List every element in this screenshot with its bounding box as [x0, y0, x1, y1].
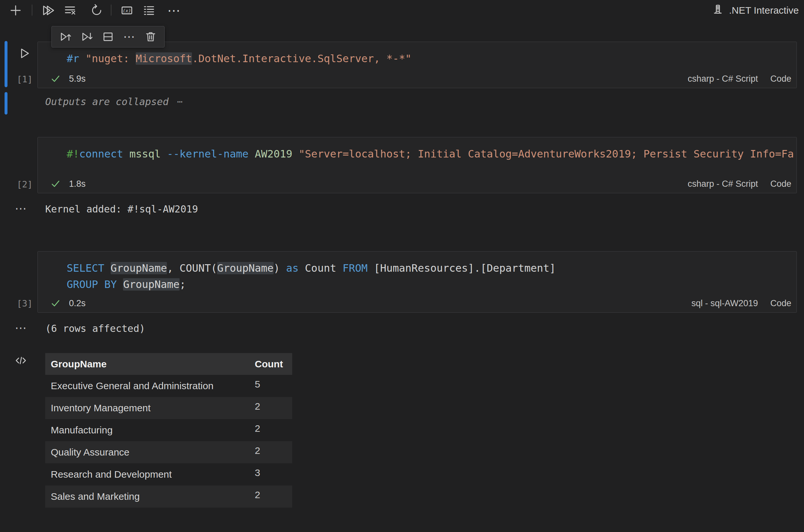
cell-kind[interactable]: Code	[770, 298, 791, 308]
success-check-icon	[51, 74, 60, 83]
split-cell-icon	[101, 30, 115, 43]
cell-2-output: Kernel added: #!sql-AW2019	[45, 203, 198, 216]
execution-count-3: [3]	[10, 298, 40, 309]
run-all-button[interactable]	[39, 3, 57, 18]
code-token: --kernel-name	[167, 148, 248, 160]
language-picker[interactable]: csharp - C# Script	[688, 74, 758, 84]
collapsed-output-text: Outputs are collapsed	[45, 95, 169, 108]
more-icon: ⋯	[167, 5, 181, 15]
code-token	[117, 278, 123, 290]
code-line: #r "nuget: Microsoft.DotNet.Interactive.…	[38, 51, 797, 67]
more-icon: ⋯	[123, 33, 136, 41]
restart-kernel-button[interactable]	[88, 3, 106, 18]
code-editor-3[interactable]: SELECT GroupName, COUNT(GroupName) as Co…	[38, 251, 797, 294]
variables-icon: (x)	[120, 4, 134, 17]
run-cell-button[interactable]	[17, 46, 32, 60]
code-token: , COUNT(	[167, 262, 217, 274]
run-below-button[interactable]	[78, 28, 95, 45]
outline-button[interactable]	[140, 3, 158, 18]
code-editor-2[interactable]: #!connect mssql --kernel-name AW2019 "Se…	[38, 137, 797, 175]
code-token: as	[286, 262, 299, 274]
code-token: "Server=localhost; Initial Catalog=Adven…	[299, 148, 794, 160]
list-icon	[142, 4, 156, 17]
code-token: "nuget:	[85, 52, 136, 65]
code-token: Microsoft	[136, 52, 192, 65]
code-token: .DotNet.Interactive.SqlServer, *-*"	[192, 52, 411, 65]
groupname-cell: Quality Assurance	[45, 441, 253, 463]
table-header-count: Count	[253, 359, 292, 369]
cell-more-button[interactable]: ⋯	[121, 28, 138, 45]
kernel-label: .NET Interactive	[729, 5, 799, 16]
cell-kind[interactable]: Code	[770, 74, 791, 84]
table-header-row: GroupName Count	[45, 353, 292, 375]
code-token: ;	[179, 278, 186, 290]
table-row: Executive General and Administration5	[45, 375, 292, 397]
groupname-cell: Inventory Management	[45, 397, 253, 419]
cell-status-bar-2: 1.8s csharp - C# Script Code	[38, 175, 797, 193]
run-above-button[interactable]	[57, 28, 74, 45]
code-token: Count	[299, 262, 343, 274]
code-token	[79, 52, 85, 65]
count-cell: 3	[253, 463, 292, 486]
code-line: SELECT GroupName, COUNT(GroupName) as Co…	[38, 260, 797, 276]
focused-output-indicator	[4, 92, 7, 115]
table-row: Inventory Management2	[45, 397, 292, 419]
toolbar-separator	[111, 4, 111, 16]
kernel-indicator[interactable]: .NET Interactive	[711, 3, 799, 18]
code-token: GroupName	[123, 278, 179, 290]
code-token: SELECT	[67, 262, 104, 274]
result-table: GroupName Count Executive General and Ad…	[45, 353, 292, 508]
execution-time: 1.8s	[69, 179, 85, 189]
table-row: Quality Assurance2	[45, 441, 292, 463]
trash-icon	[144, 30, 157, 43]
language-picker[interactable]: csharp - C# Script	[688, 179, 758, 189]
code-token: GroupName	[217, 262, 273, 274]
table-row: Manufacturing2	[45, 419, 292, 441]
code-token: )	[274, 262, 286, 274]
code-token: FROM	[343, 262, 368, 274]
cell-toolbar: ⋯	[52, 26, 165, 48]
change-presentation-button[interactable]	[14, 353, 28, 368]
output-menu-button[interactable]: ⋯	[10, 202, 33, 215]
cell-3-output: (6 rows affected)	[45, 322, 145, 335]
code-line: #!connect mssql --kernel-name AW2019 "Se…	[38, 146, 797, 162]
code-cell-1: #r "nuget: Microsoft.DotNet.Interactive.…	[37, 42, 797, 88]
language-picker[interactable]: sql - sql-AW2019	[691, 298, 758, 308]
groupname-cell: Research and Development	[45, 463, 253, 486]
notebook-editor: (x) ⋯ .NET Interactive #r "nuget: Micros…	[0, 0, 804, 532]
table-body: Executive General and Administration5Inv…	[45, 375, 292, 508]
code-cell-3: SELECT GroupName, COUNT(GroupName) as Co…	[37, 251, 797, 313]
code-token: connect	[79, 148, 123, 160]
run-above-icon	[59, 30, 72, 43]
toolbar-separator	[32, 4, 32, 16]
output-more-icon[interactable]: ⋯	[177, 95, 183, 108]
toolbar-more-button[interactable]: ⋯	[165, 3, 183, 18]
count-cell: 2	[253, 441, 292, 463]
cell-1-output-collapsed: Outputs are collapsed ⋯	[45, 95, 183, 108]
code-token	[292, 148, 299, 160]
count-cell: 2	[253, 419, 292, 441]
variables-button[interactable]: (x)	[118, 3, 136, 18]
play-icon	[18, 46, 31, 60]
execution-count-2: [2]	[10, 179, 40, 190]
output-menu-button[interactable]: ⋯	[10, 322, 33, 335]
cell-kind[interactable]: Code	[770, 179, 791, 189]
code-token: GroupName	[111, 262, 167, 274]
code-token	[249, 148, 255, 160]
split-cell-button[interactable]	[99, 28, 116, 45]
code-token: [HumanResources].[Department]	[368, 262, 556, 274]
code-token: #!	[67, 148, 79, 160]
notebook-toolbar: (x) ⋯ .NET Interactive	[0, 0, 804, 20]
code-cell-2: #!connect mssql --kernel-name AW2019 "Se…	[37, 137, 797, 193]
clear-outputs-button[interactable]	[61, 3, 79, 18]
delete-cell-button[interactable]	[142, 28, 159, 45]
code-token: #r	[67, 52, 79, 65]
table-row: Sales and Marketing2	[45, 486, 292, 508]
groupname-cell: Sales and Marketing	[45, 486, 253, 508]
groupname-cell: Executive General and Administration	[45, 375, 253, 397]
count-cell: 2	[253, 486, 292, 508]
run-below-icon	[80, 30, 93, 43]
execution-time: 0.2s	[69, 298, 85, 308]
add-cell-button[interactable]	[6, 3, 25, 18]
execution-time: 5.9s	[69, 74, 85, 84]
